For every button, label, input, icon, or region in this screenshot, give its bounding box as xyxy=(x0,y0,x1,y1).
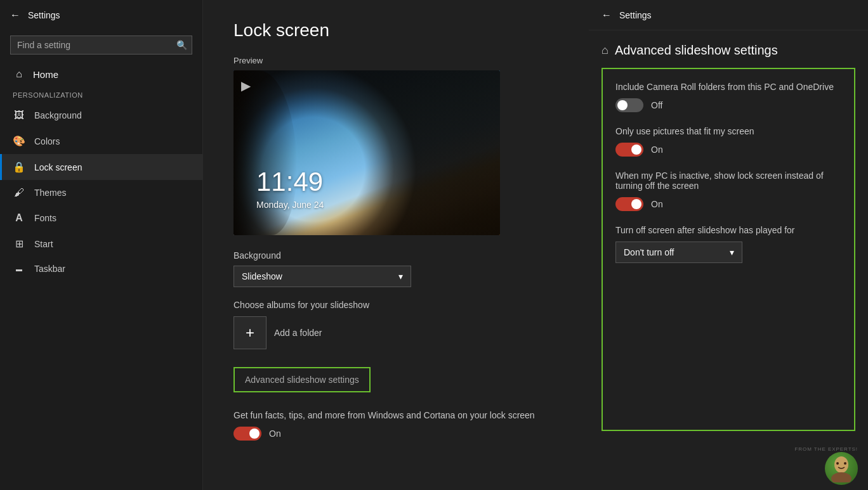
turn-off-dropdown[interactable]: Don't turn off ▾ xyxy=(615,242,742,263)
toggle-thumb xyxy=(617,100,628,110)
watermark-area: FROM THE EXPERTS! xyxy=(589,441,868,490)
sidebar-item-label: Fonts xyxy=(34,213,56,223)
adv-header-title: Settings xyxy=(619,10,652,20)
svg-point-2 xyxy=(836,462,839,465)
preview-play-icon: ▶ xyxy=(241,78,251,93)
camera-roll-title: Include Camera Roll folders from this PC… xyxy=(615,82,841,92)
sidebar-item-taskbar[interactable]: ▬ Taskbar xyxy=(0,257,202,281)
fit-screen-toggle-label: On xyxy=(651,145,663,155)
chevron-down-icon: ▾ xyxy=(398,271,403,281)
sidebar-item-start[interactable]: ⊞ Start xyxy=(0,231,202,257)
fun-facts-toggle-label: On xyxy=(269,429,281,439)
adv-page-title: Advanced slideshow settings xyxy=(615,43,778,58)
colors-icon: 🎨 xyxy=(13,135,25,147)
preview-time: 11:49 xyxy=(256,167,323,197)
watermark-text: FROM THE EXPERTS! xyxy=(794,446,858,452)
advanced-slideshow-settings-link[interactable]: Advanced slideshow settings xyxy=(233,367,371,392)
adv-home-icon: ⌂ xyxy=(602,44,608,57)
sidebar-item-label: Lock screen xyxy=(34,162,82,172)
toggle-thumb xyxy=(631,145,641,155)
preview-section: Preview ▶ 11:49 Monday, June 24 xyxy=(233,56,558,235)
background-dropdown-value: Slideshow xyxy=(242,271,282,281)
lock-screen-icon: 🔒 xyxy=(13,161,25,173)
sidebar-back-button[interactable]: ← xyxy=(10,10,20,21)
sidebar-item-label: Colors xyxy=(34,136,60,146)
albums-section: Choose albums for your slideshow + Add a… xyxy=(233,300,558,349)
advanced-panel: ← Settings ⌂ Advanced slideshow settings… xyxy=(589,0,868,490)
sidebar-item-colors[interactable]: 🎨 Colors xyxy=(0,128,202,154)
start-icon: ⊞ xyxy=(13,238,25,250)
sidebar-header: ← Settings xyxy=(0,0,202,30)
toggle-thumb xyxy=(631,199,641,209)
home-icon: ⌂ xyxy=(13,68,25,80)
fit-screen-title: Only use pictures that fit my screen xyxy=(615,126,841,136)
inactive-lock-toggle[interactable] xyxy=(615,197,643,211)
sidebar-item-label: Background xyxy=(34,110,82,120)
fit-screen-toggle-row: On xyxy=(615,143,841,157)
sidebar-home-label: Home xyxy=(33,69,58,80)
adv-back-button[interactable]: ← xyxy=(602,10,612,21)
watermark: FROM THE EXPERTS! xyxy=(794,446,858,485)
fun-facts-toggle-row: On xyxy=(233,427,558,441)
sidebar-nav: 🖼 Background 🎨 Colors 🔒 Lock screen 🖌 Th… xyxy=(0,103,202,281)
sidebar-section-label: Personalization xyxy=(0,86,202,103)
fun-facts-label: Get fun facts, tips, and more from Windo… xyxy=(233,410,558,420)
preview-date: Monday, June 24 xyxy=(256,200,324,210)
add-folder-icon: + xyxy=(233,316,266,349)
sidebar-app-title: Settings xyxy=(28,10,60,20)
sidebar-search-container: 🔍 xyxy=(10,35,192,55)
avatar-svg xyxy=(829,455,854,482)
svg-point-0 xyxy=(834,456,848,473)
fonts-icon: A xyxy=(13,212,25,224)
sidebar-item-fonts[interactable]: A Fonts xyxy=(0,205,202,231)
turn-off-setting: Turn off screen after slideshow has play… xyxy=(615,225,841,263)
sidebar-item-lock-screen[interactable]: 🔒 Lock screen xyxy=(0,154,202,180)
svg-point-1 xyxy=(831,472,852,482)
search-input[interactable] xyxy=(10,35,192,55)
taskbar-icon: ▬ xyxy=(13,266,25,273)
add-folder-button[interactable]: + Add a folder xyxy=(233,316,558,349)
camera-roll-setting: Include Camera Roll folders from this PC… xyxy=(615,82,841,112)
background-icon: 🖼 xyxy=(13,110,25,121)
sidebar-item-label: Themes xyxy=(34,188,67,198)
albums-label: Choose albums for your slideshow xyxy=(233,300,558,310)
themes-icon: 🖌 xyxy=(13,187,25,198)
background-setting: Background Slideshow ▾ xyxy=(233,250,558,287)
chevron-down-icon: ▾ xyxy=(730,247,734,257)
sidebar-item-themes[interactable]: 🖌 Themes xyxy=(0,180,202,205)
adv-header: ← Settings xyxy=(589,0,868,30)
sidebar: ← Settings 🔍 ⌂ Home Personalization 🖼 Ba… xyxy=(0,0,203,490)
inactive-lock-toggle-row: On xyxy=(615,197,841,211)
add-folder-text: Add a folder xyxy=(274,328,322,338)
fun-facts-toggle[interactable] xyxy=(233,427,261,441)
sidebar-item-home[interactable]: ⌂ Home xyxy=(0,62,202,86)
inactive-lock-toggle-label: On xyxy=(651,199,663,209)
toggle-thumb xyxy=(249,429,260,439)
sidebar-item-label: Start xyxy=(34,239,53,249)
background-dropdown[interactable]: Slideshow ▾ xyxy=(233,266,411,287)
search-icon: 🔍 xyxy=(176,40,187,50)
camera-roll-toggle[interactable] xyxy=(615,98,643,112)
fun-facts-section: Get fun facts, tips, and more from Windo… xyxy=(233,410,558,441)
background-label: Background xyxy=(233,250,558,261)
main-content: Lock screen Preview ▶ 11:49 Monday, June… xyxy=(203,0,589,490)
preview-label: Preview xyxy=(233,56,558,65)
camera-roll-toggle-row: Off xyxy=(615,98,841,112)
camera-roll-toggle-label: Off xyxy=(651,100,662,110)
adv-settings-content: Include Camera Roll folders from this PC… xyxy=(602,68,855,431)
sidebar-item-background[interactable]: 🖼 Background xyxy=(0,103,202,128)
inactive-lock-title: When my PC is inactive, show lock screen… xyxy=(615,171,841,191)
turn-off-label: Turn off screen after slideshow has play… xyxy=(615,225,841,235)
page-title: Lock screen xyxy=(233,20,558,41)
fit-screen-toggle[interactable] xyxy=(615,143,643,157)
inactive-lock-setting: When my PC is inactive, show lock screen… xyxy=(615,171,841,211)
fit-screen-setting: Only use pictures that fit my screen On xyxy=(615,126,841,157)
sidebar-item-label: Taskbar xyxy=(34,264,65,274)
turn-off-value: Don't turn off xyxy=(624,247,674,257)
watermark-avatar xyxy=(825,452,858,485)
svg-point-3 xyxy=(844,462,846,465)
advanced-link-label: Advanced slideshow settings xyxy=(245,375,359,385)
lock-screen-preview: ▶ 11:49 Monday, June 24 xyxy=(233,70,500,235)
